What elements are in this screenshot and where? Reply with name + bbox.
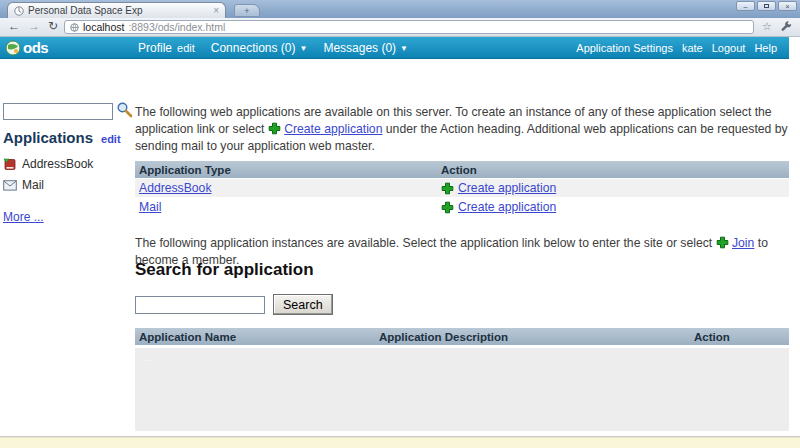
more-link[interactable]: More ... — [3, 210, 44, 224]
create-plus-icon — [268, 122, 281, 135]
chevron-down-icon: ▼ — [299, 44, 307, 53]
menu-profile-edit[interactable]: edit — [177, 42, 195, 54]
chevron-down-icon: ▼ — [400, 44, 408, 53]
create-application-link[interactable]: Create application — [458, 200, 556, 214]
search-section-heading: Search for application — [135, 260, 314, 280]
web-page: ods Profile edit Connections (0) ▼ Messa… — [0, 37, 789, 436]
table-row: Mail Create application — [135, 198, 789, 216]
wrench-menu-icon[interactable] — [781, 21, 792, 32]
sidebar-item-label: AddressBook — [22, 157, 93, 171]
url-path: :8893/ods/index.html — [128, 22, 225, 33]
sidebar-item-addressbook[interactable]: AddressBook — [3, 157, 133, 171]
sidebar-search-input[interactable] — [3, 103, 113, 120]
column-header: Action — [437, 164, 789, 176]
column-header: Action — [690, 331, 789, 343]
tab-close-icon[interactable]: × — [213, 5, 219, 16]
window-bottom-strip — [0, 437, 800, 448]
results-empty-area: .... — [135, 348, 789, 431]
menu-profile[interactable]: Profile edit — [138, 41, 195, 55]
reload-icon[interactable]: ↻ — [48, 19, 58, 33]
close-button[interactable]: × — [778, 1, 797, 11]
app-type-link[interactable]: AddressBook — [139, 181, 212, 195]
join-link[interactable]: Join — [732, 236, 754, 250]
table-header-row: Application Name Application Description… — [135, 328, 789, 345]
menu-messages[interactable]: Messages (0) ▼ — [323, 41, 408, 55]
search-button[interactable]: Search — [273, 294, 333, 315]
search-icon[interactable] — [116, 101, 133, 118]
url-host: localhost — [83, 22, 124, 33]
browser-toolbar: ← → ↻ localhost:8893/ods/index.html ☆ — [0, 18, 800, 37]
forward-icon[interactable]: → — [28, 19, 40, 33]
application-search-input[interactable] — [135, 296, 265, 314]
application-results-table: Application Name Application Description… — [135, 328, 789, 345]
table-header-row: Application Type Action — [135, 161, 789, 178]
join-plus-icon — [716, 236, 729, 249]
column-header: Application Type — [135, 164, 437, 176]
ods-navbar: ods Profile edit Connections (0) ▼ Messa… — [0, 37, 789, 59]
create-application-link[interactable]: Create application — [284, 122, 382, 136]
restore-button[interactable] — [757, 1, 776, 11]
intro-paragraph: The following web applications are avail… — [135, 104, 789, 155]
menu-user-kate[interactable]: kate — [682, 42, 703, 54]
addressbook-icon — [3, 158, 17, 171]
browser-titlebar: Personal Data Space Exp × + – × — [0, 0, 800, 18]
app-type-link[interactable]: Mail — [139, 200, 161, 214]
menu-help[interactable]: Help — [754, 42, 777, 54]
restore-icon — [764, 4, 769, 8]
application-search-form: Search — [135, 294, 333, 315]
column-header: Application Description — [375, 331, 690, 343]
sidebar: Applicationsedit AddressBook Mail More .… — [3, 101, 133, 225]
main-content: The following web applications are avail… — [135, 98, 789, 448]
ods-globe-icon — [5, 40, 21, 56]
ods-logo[interactable]: ods — [5, 39, 48, 56]
address-bar[interactable]: localhost:8893/ods/index.html — [64, 20, 754, 34]
minimize-button[interactable]: – — [736, 1, 755, 11]
menu-logout[interactable]: Logout — [712, 42, 746, 54]
tab-title: Personal Data Space Exp — [28, 5, 209, 16]
create-plus-icon — [441, 201, 454, 214]
menu-connections[interactable]: Connections (0) ▼ — [211, 41, 308, 55]
window-controls: – × — [736, 1, 797, 11]
application-type-table: Application Type Action AddressBook Crea… — [135, 161, 789, 216]
menu-application-settings[interactable]: Application Settings — [576, 42, 673, 54]
site-icon — [70, 23, 79, 32]
navbar-right: Application Settings kate Logout Help — [576, 37, 777, 59]
applications-edit-link[interactable]: edit — [101, 133, 121, 145]
sidebar-item-label: Mail — [22, 178, 44, 192]
screen: { "browser": { "window_controls": { "min… — [0, 0, 800, 448]
new-tab-button[interactable]: + — [234, 4, 260, 17]
table-row: AddressBook Create application — [135, 179, 789, 197]
sidebar-app-list: AddressBook Mail — [3, 157, 133, 192]
bookmark-star-icon[interactable]: ☆ — [762, 20, 772, 33]
navbar-menu: Profile edit Connections (0) ▼ Messages … — [138, 37, 408, 59]
logo-text: ods — [23, 39, 48, 56]
back-icon[interactable]: ← — [8, 19, 20, 33]
create-application-link[interactable]: Create application — [458, 181, 556, 195]
tab-favicon-icon — [14, 6, 24, 16]
browser-tab[interactable]: Personal Data Space Exp × — [7, 2, 226, 18]
applications-heading: Applicationsedit — [3, 129, 133, 146]
sidebar-item-mail[interactable]: Mail — [3, 178, 133, 192]
create-plus-icon — [441, 182, 454, 195]
mail-icon — [3, 180, 17, 191]
column-header: Application Name — [135, 331, 375, 343]
